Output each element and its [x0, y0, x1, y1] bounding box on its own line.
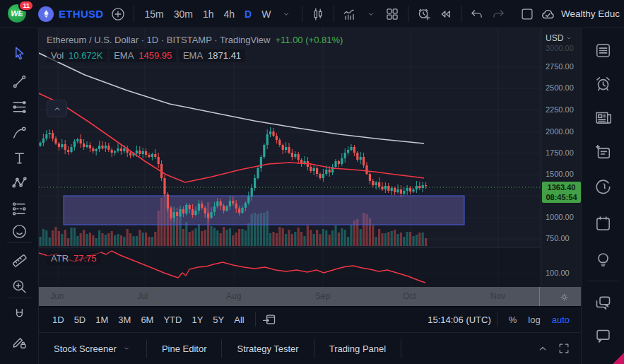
interval-4h[interactable]: 4h: [219, 4, 240, 25]
legend-title: Ethereum / U.S. Dollar · 1D · BITSTAMP ·…: [47, 35, 270, 45]
ethereum-icon: [38, 6, 54, 22]
drawing-toolbar: [0, 28, 39, 364]
percent-scale-button[interactable]: %: [503, 311, 523, 329]
chart-legend: Ethereum / U.S. Dollar · 1D · BITSTAMP ·…: [47, 33, 343, 62]
interval-1h[interactable]: 1h: [198, 4, 219, 25]
tab-label: Pine Editor: [162, 344, 207, 354]
price-tick: 1000.00: [546, 213, 574, 221]
range-all[interactable]: All: [229, 311, 249, 329]
price-axis[interactable]: USD 3000.00 1363.40 08:45:54 100.00 2750…: [541, 28, 581, 287]
text-tool-button[interactable]: [8, 147, 30, 169]
redo-button[interactable]: [488, 4, 509, 25]
public-chats-icon-button[interactable]: [591, 291, 614, 314]
ema-fast-legend-row: EMA 1459.95: [110, 49, 176, 62]
measure-tool-button[interactable]: [8, 249, 30, 271]
log-scale-button[interactable]: log: [522, 311, 546, 329]
interval-w[interactable]: W: [257, 4, 276, 25]
auto-scale-button[interactable]: auto: [546, 311, 575, 329]
tradingview-app: WE 11 ETHUSD 15m30m1h4hDW Wealthy Educ: [0, 0, 624, 364]
atr-axis-tick: 100.00: [546, 269, 570, 277]
range-1d[interactable]: 1D: [47, 311, 69, 329]
layout-grid-button[interactable]: [382, 4, 403, 25]
save-layout-button[interactable]: [517, 4, 538, 25]
indicators-button[interactable]: [339, 4, 360, 25]
go-to-date-button[interactable]: [261, 312, 277, 327]
interval-30m[interactable]: 30m: [169, 4, 198, 25]
currency-menu-button[interactable]: USD: [546, 33, 573, 43]
toolbar-divider: [7, 298, 32, 298]
range-1y[interactable]: 1Y: [187, 311, 208, 329]
range-ytd[interactable]: YTD: [158, 311, 187, 329]
toolbar-divider: [461, 6, 461, 22]
gear-icon[interactable]: [555, 288, 572, 305]
notes-icon-button[interactable]: [591, 141, 614, 163]
magnet-tool-button[interactable]: [8, 304, 30, 326]
legend-title-row: Ethereum / U.S. Dollar · 1D · BITSTAMP ·…: [47, 33, 343, 47]
broker-logo[interactable]: WE 11: [7, 4, 28, 25]
cursor-tool-button[interactable]: [8, 42, 30, 64]
tab-pine-editor[interactable]: Pine Editor: [147, 333, 222, 364]
interval-d[interactable]: D: [240, 4, 257, 25]
chevron-down-icon: [122, 344, 131, 353]
chart-area[interactable]: Ethereum / U.S. Dollar · 1D · BITSTAMP ·…: [39, 28, 541, 287]
news-icon-button[interactable]: [591, 106, 614, 129]
month-label: Jun: [50, 291, 64, 301]
chart-style-button[interactable]: [307, 4, 329, 25]
panel-expand-button[interactable]: [536, 341, 550, 356]
undo-button[interactable]: [466, 4, 488, 25]
legend-collapse-button[interactable]: [47, 100, 67, 117]
price-chart-svg[interactable]: [39, 28, 541, 287]
range-3m[interactable]: 3M: [113, 311, 136, 329]
calendar-icon-button[interactable]: [591, 212, 614, 235]
interval-group: 15m30m1h4hDW: [139, 4, 276, 25]
lock-drawings-tool-button[interactable]: [8, 331, 30, 353]
volume-legend-row: Vol 10.672K: [47, 49, 107, 62]
ema-fast-label: EMA: [114, 50, 134, 61]
time-axis[interactable]: JunJulAugSepOctNov: [39, 287, 581, 306]
trend-line-tool-button[interactable]: [8, 71, 30, 93]
ideas-icon-button[interactable]: [591, 247, 614, 270]
interval-chevron-down-icon[interactable]: [276, 4, 297, 25]
ema-slow-label: EMA: [183, 50, 203, 61]
bottom-tabs: Stock ScreenerPine EditorStrategy Tester…: [39, 333, 401, 364]
symbol-name: ETHUSD: [59, 8, 103, 20]
atr-legend-row: ATR 77.75: [47, 252, 101, 265]
sidebar-divider: [587, 281, 619, 281]
emoji-tool-button[interactable]: [8, 221, 30, 242]
pattern-tool-button[interactable]: [8, 172, 30, 194]
atr-value: 77.75: [73, 253, 97, 264]
range-5y[interactable]: 5Y: [208, 311, 229, 329]
indicators-chevron-down-icon[interactable]: [360, 4, 382, 25]
compare-add-button[interactable]: [107, 4, 129, 25]
brush-tool-button[interactable]: [8, 122, 30, 143]
month-label: Jul: [137, 291, 148, 301]
toolbar-divider: [134, 6, 134, 22]
hotlists-icon-button[interactable]: [591, 175, 614, 198]
alerts-icon-button[interactable]: [591, 72, 614, 95]
symbol-search-button[interactable]: ETHUSD: [34, 5, 107, 23]
range-1m[interactable]: 1M: [90, 311, 113, 329]
bar-countdown: 08:45:54: [542, 192, 581, 202]
price-tick: 2000.00: [546, 127, 574, 136]
range-5d[interactable]: 5D: [69, 311, 91, 329]
last-price: 1363.40: [542, 182, 581, 192]
toolbar-divider: [334, 6, 334, 22]
interval-15m[interactable]: 15m: [139, 4, 168, 25]
fullscreen-button[interactable]: [557, 341, 571, 356]
rectangle-drawing[interactable]: [64, 196, 464, 225]
range-6m[interactable]: 6M: [136, 311, 158, 329]
tab-stock-screener[interactable]: Stock Screener: [39, 333, 146, 364]
watchlist-icon-button[interactable]: [591, 39, 614, 61]
tab-label: Stock Screener: [54, 344, 117, 354]
private-chat-icon-button[interactable]: [591, 324, 614, 346]
tab-trading-panel[interactable]: Trading Panel: [314, 333, 401, 364]
forecast-tool-button[interactable]: [8, 198, 30, 220]
zoom-in-tool-button[interactable]: [8, 276, 30, 298]
tab-strategy-tester[interactable]: Strategy Tester: [222, 333, 313, 364]
create-alert-button[interactable]: [413, 4, 435, 25]
cloud-account-button[interactable]: Wealthy Educ: [539, 6, 620, 23]
fib-retracement-tool-button[interactable]: [8, 96, 30, 118]
bar-replay-button[interactable]: [435, 4, 456, 25]
atr-label: ATR: [51, 253, 69, 264]
clock-utc[interactable]: 15:14:06 (UTC): [428, 315, 491, 325]
